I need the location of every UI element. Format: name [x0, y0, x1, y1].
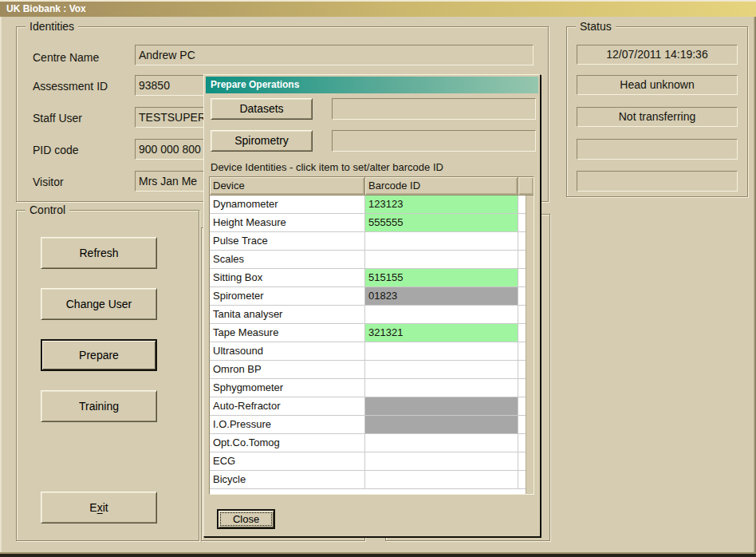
status-group-label: Status	[576, 20, 616, 33]
table-row[interactable]: Height Measure 555555	[210, 214, 534, 232]
device-table-body: Dynamometer 123123 Height Measure 555555…	[210, 196, 534, 489]
window-border-bottom	[0, 552, 756, 557]
barcode-cell: 515155	[365, 269, 518, 286]
barcode-cell	[365, 471, 518, 488]
device-cell: ECG	[210, 452, 365, 470]
spirometry-button[interactable]: Spirometry	[211, 130, 313, 152]
table-row[interactable]: Tape Measure 321321	[210, 324, 534, 342]
status-group: Status 12/07/2011 14:19:36 Head unknown …	[566, 26, 748, 197]
device-cell: I.O.Pressure	[210, 416, 365, 433]
prepare-operations-dialog: Prepare Operations Datasets Spirometry D…	[203, 74, 541, 537]
datasets-button[interactable]: Datasets	[211, 98, 313, 120]
device-cell: Ultrasound	[210, 342, 365, 360]
status-extra-box-1	[577, 139, 738, 160]
staff-user-label: Staff User	[33, 112, 82, 124]
device-cell: Spirometer	[210, 287, 365, 305]
device-cell: Height Measure	[210, 214, 365, 231]
barcode-cell	[365, 397, 518, 415]
control-group-label: Control	[26, 203, 69, 216]
device-identities-caption: Device Identities - click item to set/al…	[211, 161, 443, 173]
device-cell: Pulse Trace	[210, 232, 365, 250]
device-column-header: Device	[210, 177, 365, 196]
barcode-cell: 123123	[365, 196, 518, 213]
table-row[interactable]: Omron BP	[210, 361, 534, 379]
main-window-titlebar[interactable]: UK Biobank : Vox	[0, 0, 756, 17]
table-row[interactable]: Bicycle	[210, 471, 534, 489]
barcode-column-header: Barcode ID	[365, 177, 518, 196]
prepare-button[interactable]: Prepare	[41, 339, 157, 371]
device-table-header: Device Barcode ID	[210, 177, 534, 196]
barcode-cell	[365, 251, 518, 268]
dialog-titlebar[interactable]: Prepare Operations	[206, 77, 538, 93]
status-transfer-box: Not transferring	[577, 107, 738, 127]
device-cell: Bicycle	[210, 471, 365, 488]
device-cell: Opt.Co.Tomog	[210, 434, 365, 452]
barcode-cell: 321321	[365, 324, 518, 342]
table-row[interactable]: ECG	[210, 452, 534, 471]
barcode-cell	[365, 306, 518, 323]
barcode-cell	[365, 379, 518, 397]
barcode-cell: 01823	[365, 287, 518, 305]
device-cell: Tape Measure	[210, 324, 365, 342]
device-cell: Sphygmometer	[210, 379, 365, 397]
device-cell: Auto-Refractor	[210, 397, 365, 415]
table-row[interactable]: Opt.Co.Tomog	[210, 434, 534, 452]
table-row[interactable]: I.O.Pressure	[210, 416, 534, 434]
table-row[interactable]: Dynamometer 123123	[210, 196, 534, 214]
close-button[interactable]: Close	[217, 509, 275, 529]
device-cell: Tanita analyser	[210, 306, 365, 323]
main-window: { "window": { "title": "UK Biobank : Vox…	[0, 0, 756, 557]
exit-button[interactable]: Exit	[41, 492, 157, 523]
centre-name-label: Centre Name	[33, 51, 99, 64]
barcode-cell	[365, 416, 518, 433]
device-cell: Omron BP	[210, 361, 365, 378]
table-row[interactable]: Spirometer 01823	[210, 287, 534, 306]
dialog-title: Prepare Operations	[206, 77, 538, 93]
table-row[interactable]: Sphygmometer	[210, 379, 534, 397]
barcode-cell	[365, 434, 518, 452]
table-row[interactable]: Scales	[210, 251, 534, 269]
device-cell: Dynamometer	[210, 196, 365, 213]
device-table: Device Barcode ID Dynamometer 123123 Hei…	[209, 176, 534, 495]
barcode-cell	[365, 342, 518, 360]
training-button[interactable]: Training	[41, 390, 157, 422]
status-head-box: Head unknown	[577, 75, 738, 95]
visitor-label: Visitor	[33, 176, 64, 188]
device-cell: Sitting Box	[210, 269, 365, 286]
centre-name-field: Andrew PC	[135, 45, 534, 65]
table-row[interactable]: Sitting Box 515155	[210, 269, 534, 287]
assessment-id-label: Assessment ID	[33, 80, 108, 93]
status-extra-box-2	[577, 171, 738, 192]
refresh-button[interactable]: Refresh	[41, 237, 157, 269]
window-title: UK Biobank : Vox	[0, 2, 756, 17]
table-row[interactable]: Ultrasound	[210, 342, 534, 361]
table-row[interactable]: Auto-Refractor	[210, 397, 534, 416]
status-datetime-box: 12/07/2011 14:19:36	[577, 45, 738, 65]
table-row[interactable]: Tanita analyser	[210, 306, 534, 324]
datasets-field	[332, 98, 536, 120]
barcode-cell	[365, 232, 518, 250]
filler-column-header	[518, 177, 534, 196]
spirometry-field	[332, 130, 536, 152]
table-filler-strip	[526, 196, 534, 494]
barcode-cell	[365, 452, 518, 470]
pid-code-label: PID code	[33, 144, 79, 156]
change-user-button[interactable]: Change User	[41, 288, 157, 320]
device-cell: Scales	[210, 251, 365, 268]
table-row[interactable]: Pulse Trace	[210, 232, 534, 251]
window-border-left	[0, 17, 2, 552]
control-group: Control Refresh Change User Prepare Trai…	[16, 210, 199, 541]
identities-group-label: Identities	[26, 20, 78, 33]
barcode-cell: 555555	[365, 214, 518, 231]
barcode-cell	[365, 361, 518, 378]
